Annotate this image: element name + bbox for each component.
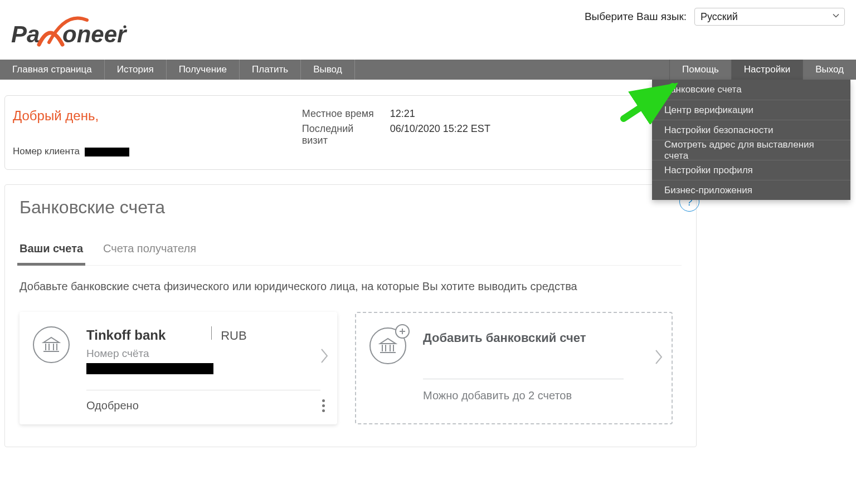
chevron-right-icon	[319, 348, 329, 366]
dropdown-item-security[interactable]: Настройки безопасности	[652, 120, 850, 140]
greeting-card: Добрый день, Номер клиента Местное время…	[4, 95, 697, 170]
client-id-label: Номер клиента	[13, 146, 80, 156]
local-time-label: Местное время	[302, 108, 380, 120]
svg-text:Pa: Pa	[11, 21, 40, 47]
nav-item-help[interactable]: Помощь	[669, 60, 731, 80]
add-account-title: Добавить банковский счет	[423, 331, 655, 345]
svg-point-2	[123, 25, 126, 28]
nav-item-home[interactable]: Главная страница	[0, 60, 105, 80]
client-id-redacted	[85, 148, 129, 156]
language-selected-value: Русский	[701, 11, 738, 23]
svg-text:oneer: oneer	[62, 21, 128, 47]
dropdown-item-profile[interactable]: Настройки профиля	[652, 160, 850, 180]
nav-item-history[interactable]: История	[105, 60, 167, 80]
account-status: Одобрено	[86, 390, 320, 412]
instruction-text: Добавьте банковские счета физического ил…	[20, 280, 682, 293]
account-number-label: Номер счёта	[86, 348, 320, 360]
bank-account-card[interactable]: Tinkoff bank RUB Номер счёта Одобрено	[20, 312, 337, 424]
nav-item-pay[interactable]: Платить	[240, 60, 301, 80]
chevron-right-icon	[654, 349, 664, 368]
nav-item-receive[interactable]: Получение	[167, 60, 240, 80]
bank-accounts-panel: Банковские счета ? Ваши счета Счета полу…	[4, 184, 697, 447]
bank-name: Tinkoff bank	[86, 327, 166, 343]
main-nav: Главная страница История Получение Плати…	[0, 60, 856, 80]
account-number-redacted	[86, 363, 213, 374]
tab-recipient-accounts[interactable]: Счета получателя	[103, 242, 196, 265]
local-time-value: 12:21	[390, 108, 415, 120]
add-account-subtitle: Можно добавить до 2 счетов	[423, 379, 624, 402]
language-select[interactable]: Русский	[694, 8, 845, 26]
accounts-tabs: Ваши счета Счета получателя	[20, 242, 682, 266]
last-visit-label: Последний визит	[302, 123, 380, 146]
add-bank-account-card[interactable]: Добавить банковский счет Можно добавить …	[355, 312, 673, 424]
language-label: Выберите Ваш язык:	[585, 11, 687, 23]
payoneer-logo: Pa oneer	[11, 16, 128, 51]
plus-icon	[395, 324, 410, 339]
dropdown-item-bank-accounts[interactable]: Банковские счета	[652, 80, 850, 100]
settings-dropdown: Банковские счета Центр верификации Настр…	[652, 80, 850, 200]
last-visit-value: 06/10/2020 15:22 EST	[390, 123, 490, 146]
nav-item-settings[interactable]: Настройки	[731, 60, 802, 80]
kebab-menu-icon[interactable]	[320, 397, 327, 414]
chevron-down-icon	[832, 11, 840, 23]
tab-your-accounts[interactable]: Ваши счета	[20, 242, 83, 265]
bank-icon	[33, 326, 70, 363]
client-id-row: Номер клиента	[13, 146, 129, 157]
nav-item-withdraw[interactable]: Вывод	[301, 60, 354, 80]
panel-title: Банковские счета	[20, 197, 682, 218]
bank-currency: RUB	[221, 329, 246, 343]
currency-separator	[211, 326, 212, 340]
dropdown-item-business-apps[interactable]: Бизнес-приложения	[652, 180, 850, 200]
dropdown-item-verification[interactable]: Центр верификации	[652, 100, 850, 120]
dropdown-item-billing-address[interactable]: Смотреть адрес для выставления счета	[652, 140, 850, 160]
greeting-text: Добрый день,	[13, 108, 129, 124]
nav-item-logout[interactable]: Выход	[802, 60, 856, 80]
